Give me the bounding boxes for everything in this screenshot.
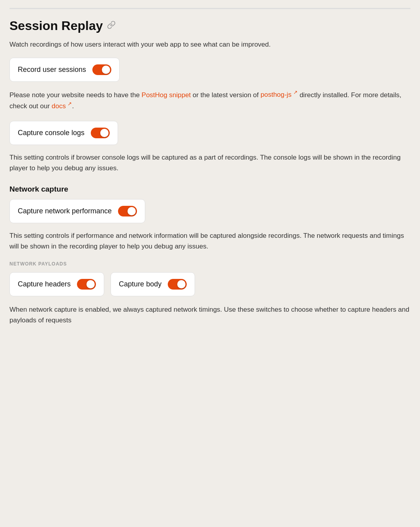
- posthog-snippet-link[interactable]: PostHog snippet: [142, 91, 191, 98]
- record-sessions-toggle[interactable]: [92, 64, 111, 75]
- page-container: Session Replay Watch recordings of how u…: [9, 8, 411, 326]
- header-row: Session Replay: [9, 19, 411, 33]
- capture-headers-toggle[interactable]: [77, 279, 96, 290]
- toggle-thumb-console: [100, 129, 109, 137]
- toggle-track-headers: [77, 279, 96, 290]
- snippet-note: Please note your website needs to have t…: [9, 89, 411, 112]
- toggle-track: [92, 64, 111, 75]
- docs-external-icon: ↗: [68, 101, 72, 107]
- payloads-row: Capture headers Capture body: [9, 272, 411, 296]
- page-title: Session Replay: [9, 19, 103, 33]
- capture-headers-label: Capture headers: [18, 280, 71, 288]
- top-divider: [9, 8, 411, 9]
- toggle-thumb-network: [128, 207, 136, 215]
- capture-network-label: Capture network performance: [18, 207, 112, 215]
- toggle-thumb-headers: [86, 280, 95, 288]
- capture-headers-card: Capture headers: [9, 272, 104, 296]
- capture-network-card: Capture network performance: [9, 199, 145, 223]
- capture-body-toggle[interactable]: [168, 279, 187, 290]
- docs-link[interactable]: docs ↗: [52, 102, 72, 110]
- record-sessions-card: Record user sessions: [9, 58, 120, 82]
- network-payloads-label: NETWORK PAYLOADS: [9, 261, 411, 267]
- toggle-thumb: [102, 66, 110, 74]
- record-sessions-label: Record user sessions: [18, 66, 86, 74]
- network-performance-description: This setting controls if performance and…: [9, 230, 411, 252]
- toggle-track-network: [118, 206, 137, 216]
- console-description: This setting controls if browser console…: [9, 152, 411, 173]
- capture-network-toggle[interactable]: [118, 206, 137, 216]
- capture-body-card: Capture body: [111, 272, 195, 296]
- toggle-track-console: [91, 128, 110, 138]
- page-description: Watch recordings of how users interact w…: [9, 40, 411, 50]
- bottom-description: When network capture is enabled, we alwa…: [9, 304, 411, 326]
- capture-console-label: Capture console logs: [18, 129, 84, 137]
- link-icon[interactable]: [107, 21, 116, 31]
- capture-console-toggle[interactable]: [91, 128, 110, 138]
- posthog-js-link[interactable]: posthog-js ↗: [261, 91, 298, 98]
- external-link-icon: ↗: [293, 90, 298, 96]
- network-section: Network capture Capture network performa…: [9, 185, 411, 326]
- capture-body-label: Capture body: [119, 280, 161, 288]
- capture-console-card: Capture console logs: [9, 121, 118, 145]
- toggle-track-body: [168, 279, 187, 290]
- toggle-thumb-body: [177, 280, 186, 288]
- network-capture-heading: Network capture: [9, 185, 411, 194]
